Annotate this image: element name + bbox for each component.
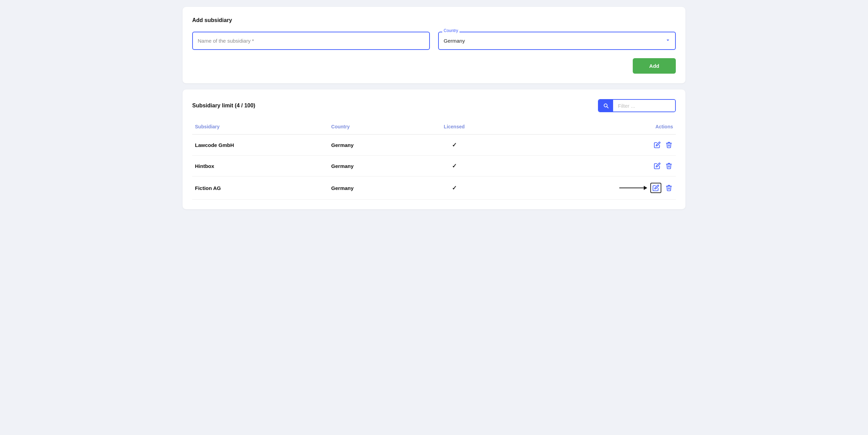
subsidiary-country: Germany <box>329 156 414 177</box>
table-section: Subsidiary limit (4 / 100) Subsidiary Co… <box>183 89 685 209</box>
subsidiary-country: Germany <box>329 177 414 200</box>
table-row: Fiction AG Germany ✓ <box>192 177 676 200</box>
search-icon <box>603 103 609 109</box>
check-icon: ✓ <box>452 185 457 191</box>
action-icons-group <box>497 141 673 149</box>
table-row: Hintbox Germany ✓ <box>192 156 676 177</box>
check-icon: ✓ <box>452 163 457 169</box>
delete-button[interactable] <box>665 162 673 170</box>
add-subsidiary-section: Add subsidiary Country Germany France US… <box>183 7 685 83</box>
subsidiary-country: Germany <box>329 135 414 156</box>
country-select-wrapper: Country Germany France USA UK Austria <box>438 32 676 50</box>
action-icons-group <box>497 162 673 170</box>
table-row: Lawcode GmbH Germany ✓ <box>192 135 676 156</box>
name-input[interactable] <box>192 32 430 50</box>
filter-search-button[interactable] <box>599 100 613 112</box>
country-select[interactable]: Germany France USA UK Austria <box>438 32 676 50</box>
add-button-row: Add <box>192 58 676 74</box>
col-header-subsidiary: Subsidiary <box>192 120 329 135</box>
subsidiary-licensed: ✓ <box>414 135 495 156</box>
subsidiary-name: Lawcode GmbH <box>192 135 329 156</box>
filter-input[interactable] <box>613 100 675 112</box>
table-header-row: Subsidiary limit (4 / 100) <box>192 99 676 112</box>
trash-icon <box>665 141 672 148</box>
subsidiary-name: Fiction AG <box>192 177 329 200</box>
arrow-line <box>619 188 647 188</box>
edit-button[interactable] <box>653 141 661 149</box>
subsidiaries-table: Subsidiary Country Licensed Actions Lawc… <box>192 120 676 200</box>
subsidiary-actions <box>495 177 676 200</box>
delete-button[interactable] <box>665 141 673 149</box>
trash-icon <box>665 162 672 169</box>
table-body: Lawcode GmbH Germany ✓ <box>192 135 676 200</box>
arrow-indicator <box>619 188 647 188</box>
subsidiary-actions <box>495 156 676 177</box>
edit-icon <box>654 141 661 148</box>
country-label: Country <box>442 28 459 33</box>
subsidiary-actions <box>495 135 676 156</box>
edit-button-highlighted[interactable] <box>650 183 661 193</box>
col-header-actions: Actions <box>495 120 676 135</box>
subsidiary-licensed: ✓ <box>414 177 495 200</box>
add-section-title: Add subsidiary <box>192 17 676 23</box>
delete-button[interactable] <box>665 184 673 192</box>
check-icon: ✓ <box>452 142 457 148</box>
table-head: Subsidiary Country Licensed Actions <box>192 120 676 135</box>
subsidiary-limit-label: Subsidiary limit (4 / 100) <box>192 103 255 109</box>
col-header-licensed: Licensed <box>414 120 495 135</box>
add-form-row: Country Germany France USA UK Austria <box>192 32 676 50</box>
subsidiary-licensed: ✓ <box>414 156 495 177</box>
country-field-group: Country Germany France USA UK Austria <box>438 32 676 50</box>
action-icons-group <box>497 183 673 193</box>
table-header-row-cols: Subsidiary Country Licensed Actions <box>192 120 676 135</box>
name-field-group <box>192 32 430 50</box>
add-button[interactable]: Add <box>633 58 676 74</box>
subsidiary-name: Hintbox <box>192 156 329 177</box>
edit-button[interactable] <box>653 162 661 170</box>
col-header-country: Country <box>329 120 414 135</box>
filter-box <box>598 99 676 112</box>
edit-icon <box>654 162 661 169</box>
edit-icon <box>652 184 659 191</box>
trash-icon <box>665 184 672 191</box>
